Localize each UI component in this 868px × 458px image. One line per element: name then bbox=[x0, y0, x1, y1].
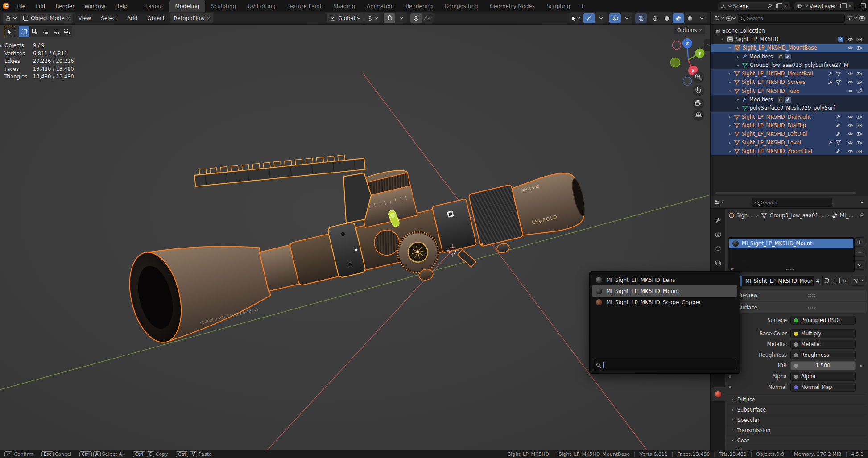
camera-icon[interactable] bbox=[856, 79, 862, 85]
snap-toggle[interactable] bbox=[384, 13, 395, 23]
outliner-row-mesh-data[interactable]: ▸ polySurface9_Mesh:029_polySurf bbox=[711, 104, 868, 112]
breadcrumb-object[interactable]: Sigh... bbox=[736, 212, 752, 219]
eye-icon[interactable] bbox=[847, 45, 853, 50]
gizmo-axis-neg-y[interactable] bbox=[671, 58, 680, 67]
new-material-button[interactable] bbox=[831, 276, 840, 286]
remove-slot-button[interactable]: − bbox=[855, 248, 864, 257]
menu-render[interactable]: Render bbox=[50, 0, 79, 12]
tab-sculpting[interactable]: Sculpting bbox=[205, 0, 242, 12]
throw-lever[interactable] bbox=[457, 247, 477, 269]
outliner-row-mesh-data[interactable]: ▸ Group3_low_aaa013_polySurface27_M bbox=[711, 61, 868, 69]
disclosure-icon[interactable]: ▸ bbox=[736, 63, 740, 67]
select-box-subtract-button[interactable] bbox=[40, 26, 51, 37]
outliner-row-tube[interactable]: ▾ Sight_LP_MK5HD_Tube × bbox=[711, 87, 868, 95]
properties-search-input[interactable] bbox=[761, 200, 829, 205]
active-tool-tweak[interactable] bbox=[4, 26, 15, 37]
tab-rendering[interactable]: Rendering bbox=[400, 0, 438, 12]
ortho-grid-button[interactable] bbox=[693, 109, 704, 121]
viewlayer-selector[interactable]: ViewLayer × bbox=[794, 2, 855, 11]
shading-wireframe-button[interactable] bbox=[649, 13, 661, 23]
gizmo-axis-neg-z[interactable] bbox=[683, 77, 692, 86]
properties-search[interactable] bbox=[752, 198, 832, 207]
under-knob[interactable] bbox=[496, 243, 510, 254]
eye-icon[interactable] bbox=[847, 88, 853, 94]
pin-icon[interactable] bbox=[859, 213, 864, 218]
menu-window[interactable]: Window bbox=[79, 0, 110, 12]
disclosure-icon[interactable]: ▾ bbox=[721, 37, 725, 41]
outliner-search[interactable] bbox=[738, 14, 845, 23]
outliner-row-zoomdial[interactable]: ▸ Sight_LP_MK5HD_ZoomDial bbox=[711, 147, 868, 155]
drag-grip-icon[interactable] bbox=[807, 306, 815, 309]
section-specular[interactable]: ›Specular bbox=[727, 415, 866, 425]
camera-icon[interactable] bbox=[856, 131, 862, 136]
add-workspace-button[interactable]: + bbox=[576, 0, 588, 12]
tab-layout[interactable]: Layout bbox=[140, 0, 169, 12]
editor-type-button[interactable] bbox=[3, 13, 19, 23]
section-coat[interactable]: ›Coat bbox=[727, 435, 866, 446]
slot-filter-icon[interactable]: ▶ bbox=[731, 267, 734, 271]
dropdown-item-mount[interactable]: MI_Sight_LP_MK5HD_Mount bbox=[592, 285, 737, 297]
tab-modeling[interactable]: Modeling bbox=[169, 0, 206, 12]
shading-dropdown[interactable] bbox=[696, 13, 707, 23]
select-box-intersect-button[interactable] bbox=[62, 26, 72, 37]
section-preview[interactable]: ▸ Preview bbox=[727, 290, 867, 301]
pan-button[interactable] bbox=[693, 85, 704, 96]
scene-selector[interactable]: Scene × bbox=[718, 2, 790, 11]
overlays-dropdown[interactable] bbox=[621, 13, 632, 23]
properties-options-icon[interactable] bbox=[860, 200, 864, 203]
outliner-scrollbar[interactable] bbox=[715, 192, 856, 194]
disclosure-icon[interactable]: ▸ bbox=[728, 140, 732, 145]
camera-icon[interactable] bbox=[856, 37, 862, 42]
camera-icon[interactable] bbox=[856, 71, 862, 76]
tab-texture-paint[interactable]: Texture Paint bbox=[281, 0, 327, 12]
outliner-row-modifiers[interactable]: ▸ Modifiers ▢ bbox=[711, 52, 868, 61]
new-scene-icon[interactable] bbox=[775, 3, 781, 9]
section-transmission[interactable]: ›Transmission bbox=[727, 425, 866, 435]
eye-icon[interactable] bbox=[847, 71, 853, 76]
slot-specials-button[interactable] bbox=[855, 260, 864, 270]
material-users-count[interactable]: 4 bbox=[813, 276, 822, 286]
eye-icon[interactable] bbox=[847, 131, 853, 136]
mount-rail[interactable] bbox=[194, 153, 365, 186]
section-diffuse[interactable]: ›Diffuse bbox=[727, 394, 866, 404]
camera-icon[interactable] bbox=[856, 45, 862, 50]
window-icon[interactable] bbox=[858, 3, 864, 9]
menu-add[interactable]: Add bbox=[123, 15, 142, 21]
add-slot-button[interactable]: + bbox=[855, 237, 864, 247]
stats-expand-icon[interactable]: ▸ bbox=[0, 42, 3, 50]
decorator-dot[interactable] bbox=[729, 375, 731, 378]
modifier-edit-toggle[interactable] bbox=[785, 97, 791, 103]
modifier-display-toggle[interactable]: ▢ bbox=[778, 54, 784, 59]
menu-file[interactable]: File bbox=[12, 0, 30, 12]
ior-slider[interactable]: 1.500 bbox=[790, 361, 856, 370]
section-subsurface[interactable]: ›Subsurface bbox=[727, 404, 866, 415]
material-name-field[interactable]: MI_Sight_LP_MK5HD_Mount bbox=[742, 276, 813, 286]
disclosure-icon[interactable]: ▸ bbox=[728, 80, 732, 84]
xray-toggle[interactable] bbox=[635, 13, 647, 23]
select-box-extend-button[interactable] bbox=[29, 26, 40, 37]
eye-icon[interactable] bbox=[847, 114, 853, 120]
modifier-edit-toggle[interactable] bbox=[785, 54, 791, 59]
alpha-field[interactable]: Alpha bbox=[790, 372, 856, 381]
sidebar-collapse-handle[interactable]: ‹ bbox=[704, 39, 710, 51]
shading-material-preview-button[interactable] bbox=[673, 13, 684, 23]
surface-shader-field[interactable]: Principled BSDF bbox=[790, 316, 856, 325]
outliner-row-leftdial[interactable]: ▸ Sight_LP_MK5HD_LeftDial bbox=[711, 130, 868, 138]
disclosure-icon[interactable]: ▸ bbox=[728, 115, 732, 119]
menu-edit[interactable]: Edit bbox=[30, 0, 50, 12]
modifier-display-toggle[interactable]: ▢ bbox=[778, 97, 784, 103]
outliner-row-mountbase[interactable]: ▾ Sight_LP_MK5HD_MountBase bbox=[711, 44, 868, 52]
show-object-types-dropdown[interactable] bbox=[569, 13, 581, 23]
outliner-row-dialright[interactable]: ▸ Sight_LP_MK5HD_DialRight bbox=[711, 112, 868, 121]
drag-grip-icon[interactable] bbox=[808, 294, 816, 297]
metallic-field[interactable]: Metallic bbox=[790, 340, 856, 349]
eye-icon[interactable] bbox=[847, 79, 853, 85]
dropdown-search[interactable] bbox=[593, 359, 736, 370]
eye-icon[interactable] bbox=[847, 123, 853, 128]
menu-select[interactable]: Select bbox=[96, 15, 122, 21]
link-material-dropdown[interactable] bbox=[851, 276, 864, 286]
outliner-editor-type-button[interactable] bbox=[714, 15, 723, 21]
disclosure-icon[interactable]: ▸ bbox=[728, 132, 732, 136]
camera-disabled-icon[interactable]: × bbox=[856, 88, 862, 94]
disclosure-icon[interactable]: ▾ bbox=[728, 89, 732, 93]
